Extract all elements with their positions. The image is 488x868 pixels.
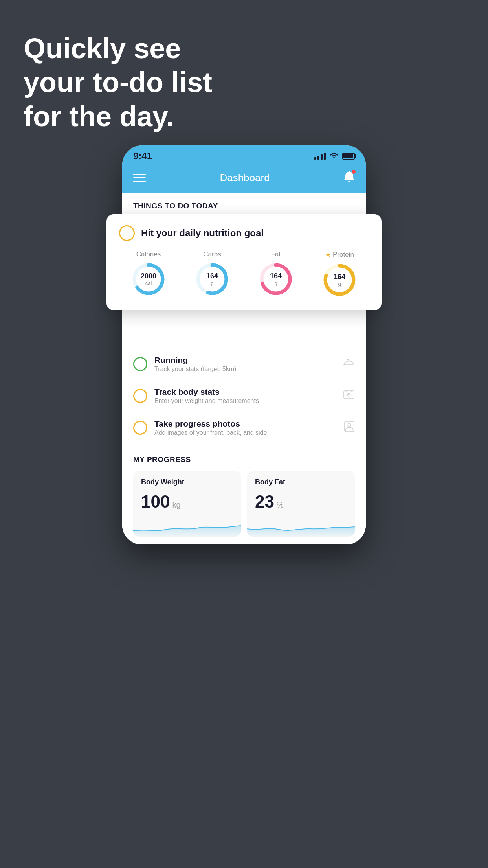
body-weight-unit: kg [172,500,180,509]
fat-label: Fat [271,250,281,258]
fat-donut: 164 g [258,261,294,297]
body-weight-value-row: 100 kg [141,492,233,511]
scale-icon [343,389,355,403]
phone-mockup: 9:41 Da [122,145,366,544]
calories-label: Calories [136,250,161,258]
fat-unit: g [270,280,282,286]
progress-header: MY PROGRESS [133,455,355,464]
star-icon: ★ [325,250,331,259]
portrait-icon [344,421,355,435]
calories-donut: 2000 cal [131,261,166,297]
todo-title-photos: Take progress photos [154,419,337,428]
status-icons [314,152,355,160]
hero-line2: your to-do list [24,65,212,99]
calories-value: 2000 [141,272,156,280]
body-weight-chart [133,517,241,537]
carbs-donut: 164 g [194,261,230,297]
todo-circle-photos [133,421,147,435]
fat-value: 164 [270,272,282,280]
todo-subtitle-photos: Add images of your front, back, and side [154,429,337,436]
wifi-icon [330,152,338,160]
hero-line3: for the day. [24,99,212,133]
body-weight-title: Body Weight [141,478,233,486]
page-title: Dashboard [220,172,270,184]
body-fat-unit: % [277,500,284,509]
todo-list: Running Track your stats (target: 5km) T… [122,348,366,443]
carbs-item: Carbs 164 g [194,250,230,298]
list-item[interactable]: Track body stats Enter your weight and m… [122,380,366,412]
things-today-header: THINGS TO DO TODAY [122,193,366,214]
calories-unit: cal [141,280,156,286]
todo-circle-nutrition [119,225,135,241]
todo-title-running: Running [154,355,336,365]
progress-section: MY PROGRESS Body Weight 100 kg [122,443,366,544]
app-header: Dashboard [122,166,366,193]
hero-text: Quickly see your to-do list for the day. [24,31,212,133]
calories-item: Calories 2000 cal [131,250,166,298]
carbs-unit: g [206,280,218,286]
menu-button[interactable] [133,174,146,182]
nutrition-card-title: Hit your daily nutrition goal [141,228,264,239]
body-fat-value-row: 23 % [255,492,347,511]
todo-subtitle-bodystats: Enter your weight and measurements [154,397,336,405]
notification-badge [352,170,356,174]
todo-title-bodystats: Track body stats [154,387,336,397]
todo-text-bodystats: Track body stats Enter your weight and m… [154,387,336,405]
signal-icon [314,153,326,160]
svg-point-3 [348,423,351,427]
card-title-row: Hit your daily nutrition goal [119,225,369,241]
body-fat-card[interactable]: Body Fat 23 % [247,471,355,537]
protein-item: ★ Protein 164 g [322,250,357,298]
nutrition-card: Hit your daily nutrition goal Calories 2… [106,214,382,310]
protein-label: Protein [333,251,354,259]
list-item[interactable]: Take progress photos Add images of your … [122,412,366,443]
hero-line1: Quickly see [24,31,212,65]
body-fat-title: Body Fat [255,478,347,486]
list-item[interactable]: Running Track your stats (target: 5km) [122,348,366,380]
body-weight-card[interactable]: Body Weight 100 kg [133,471,241,537]
protein-unit: g [334,281,345,287]
todo-text-running: Running Track your stats (target: 5km) [154,355,336,373]
notification-button[interactable] [344,171,355,185]
todo-text-photos: Take progress photos Add images of your … [154,419,337,436]
todo-subtitle-running: Track your stats (target: 5km) [154,366,336,373]
nutrition-grid: Calories 2000 cal Carbs [119,250,369,298]
body-fat-chart [247,517,355,537]
status-bar: 9:41 [122,145,366,166]
body-weight-value: 100 [141,492,170,511]
progress-cards: Body Weight 100 kg [133,471,355,537]
status-time: 9:41 [133,151,152,162]
fat-item: Fat 164 g [258,250,294,298]
todo-circle-bodystats [133,389,147,403]
battery-icon [342,153,355,160]
shoe-icon [343,358,355,371]
protein-donut: 164 g [322,262,357,298]
carbs-label: Carbs [203,250,221,258]
carbs-value: 164 [206,272,218,280]
protein-value: 164 [334,273,345,281]
body-fat-value: 23 [255,492,274,511]
todo-circle-running [133,357,147,371]
